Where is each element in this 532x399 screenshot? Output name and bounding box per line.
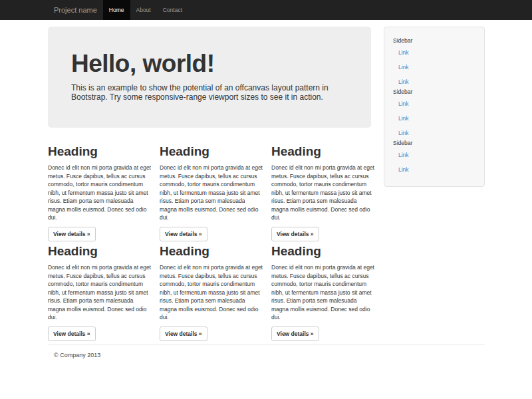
sidebar-panel: Sidebar Link Link Link Sidebar Link Link… <box>384 27 485 187</box>
navbar-nav: Home About Contact <box>103 0 188 20</box>
content-card: Heading Donec id elit non mi porta gravi… <box>48 236 152 341</box>
sidebar-group-2: Sidebar Link Link Link <box>384 88 484 137</box>
sidebar-link[interactable]: Link <box>384 166 484 174</box>
sidebar-group-3: Sidebar Link Link <box>384 139 484 174</box>
sidebar-group-1: Sidebar Link Link Link <box>384 37 484 86</box>
nav-item-contact[interactable]: Contact <box>157 0 188 20</box>
footer-divider <box>48 344 485 344</box>
sidebar-link[interactable]: Link <box>384 100 484 108</box>
card-text: Donec id elit non mi porta gravida at eg… <box>271 164 375 222</box>
view-details-button[interactable]: View details » <box>160 327 207 341</box>
card-heading: Heading <box>48 145 152 158</box>
sidebar-link[interactable]: Link <box>384 78 484 86</box>
card-text: Donec id elit non mi porta gravida at eg… <box>48 263 152 322</box>
card-text: Donec id elit non mi porta gravida at eg… <box>48 164 152 222</box>
content-card: Heading Donec id elit non mi porta gravi… <box>48 136 152 241</box>
card-text: Donec id elit non mi porta gravida at eg… <box>271 263 375 322</box>
navbar-container: Project name Home About Contact <box>0 0 532 20</box>
nav-item-about[interactable]: About <box>130 0 157 20</box>
sidebar-heading: Sidebar <box>384 88 484 96</box>
card-heading: Heading <box>160 245 263 258</box>
view-details-button[interactable]: View details » <box>271 327 319 341</box>
sidebar-heading: Sidebar <box>384 139 484 147</box>
sidebar-link[interactable]: Link <box>384 114 484 122</box>
nav-item-home[interactable]: Home <box>103 0 130 20</box>
content-card: Heading Donec id elit non mi porta gravi… <box>271 136 375 241</box>
view-details-button[interactable]: View details » <box>48 327 96 341</box>
sidebar-link[interactable]: Link <box>384 63 484 71</box>
navbar: Project name Home About Contact <box>0 0 532 20</box>
jumbotron: Hello, world! This is an example to show… <box>48 27 371 128</box>
copyright-text: © Company 2013 <box>54 351 100 359</box>
card-text: Donec id elit non mi porta gravida at eg… <box>160 164 263 222</box>
card-text: Donec id elit non mi porta gravida at eg… <box>160 263 263 322</box>
content-row-2: Heading Donec id elit non mi porta gravi… <box>48 236 375 341</box>
content-card: Heading Donec id elit non mi porta gravi… <box>160 136 263 241</box>
card-heading: Heading <box>160 145 263 158</box>
card-heading: Heading <box>271 145 375 158</box>
content-row-1: Heading Donec id elit non mi porta gravi… <box>48 136 375 241</box>
content-card: Heading Donec id elit non mi porta gravi… <box>160 236 263 341</box>
card-heading: Heading <box>48 245 152 258</box>
navbar-brand[interactable]: Project name <box>54 0 97 20</box>
sidebar-link[interactable]: Link <box>384 129 484 137</box>
card-heading: Heading <box>271 245 375 258</box>
jumbotron-lead: This is an example to show the potential… <box>71 84 358 102</box>
sidebar-heading: Sidebar <box>384 37 484 45</box>
page-title: Hello, world! <box>71 51 358 76</box>
content-card: Heading Donec id elit non mi porta gravi… <box>271 236 375 341</box>
sidebar-link[interactable]: Link <box>384 151 484 159</box>
sidebar-link[interactable]: Link <box>384 49 484 57</box>
